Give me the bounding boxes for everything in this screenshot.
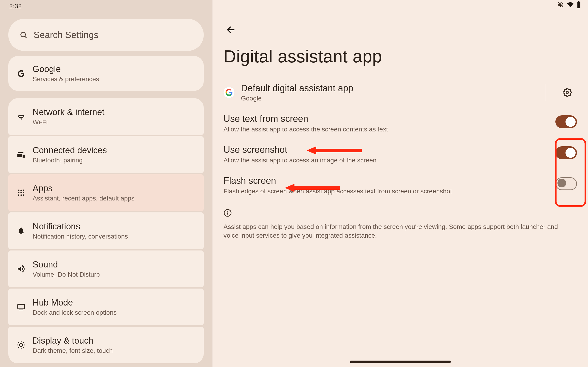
battery-icon — [577, 1, 581, 8]
info-icon — [224, 209, 232, 218]
sidebar-item-sound[interactable]: Sound Volume, Do Not Disturb — [8, 250, 204, 287]
bell-icon — [16, 226, 26, 236]
pref-use-screenshot[interactable]: Use screenshot Allow the assist app to a… — [224, 144, 577, 164]
sidebar-item-display[interactable]: Display & touch Dark theme, font size, t… — [8, 327, 204, 363]
search-placeholder: Search Settings — [34, 30, 98, 40]
switch-use-screenshot[interactable] — [555, 146, 577, 159]
brightness-icon — [16, 340, 26, 350]
svg-point-8 — [18, 194, 19, 196]
svg-point-15 — [566, 91, 569, 94]
sidebar-item-apps[interactable]: Apps Assistant, recent apps, default app… — [8, 174, 204, 211]
detail-pane: Digital assistant app Default digital as… — [212, 0, 588, 367]
search-icon — [18, 30, 28, 40]
sidebar-item-connected-devices[interactable]: Connected devices Bluetooth, pairing — [8, 136, 204, 173]
search-settings-field[interactable]: Search Settings — [8, 19, 204, 51]
switch-use-text[interactable] — [555, 115, 577, 128]
gesture-nav-handle[interactable] — [350, 361, 451, 363]
sidebar-item-network[interactable]: Network & internet Wi-Fi — [8, 98, 204, 135]
svg-point-5 — [18, 192, 19, 193]
google-color-icon — [224, 87, 234, 98]
svg-point-13 — [19, 343, 23, 346]
volume-icon — [16, 264, 26, 274]
wifi-status-icon — [567, 1, 574, 8]
divider — [545, 84, 545, 101]
svg-point-18 — [227, 211, 228, 212]
svg-rect-11 — [18, 304, 25, 309]
svg-line-1 — [25, 36, 26, 38]
devices-icon — [16, 150, 26, 160]
apps-grid-icon — [16, 188, 26, 198]
back-button[interactable] — [224, 23, 238, 37]
assistant-settings-gear[interactable] — [558, 83, 577, 102]
switch-flash-screen[interactable] — [555, 177, 577, 190]
pref-flash-screen[interactable]: Flash screen Flash edges of screen when … — [224, 175, 577, 195]
assistant-footer-text: Assist apps can help you based on inform… — [224, 223, 563, 240]
svg-point-0 — [21, 32, 26, 37]
sidebar-item-notifications[interactable]: Notifications Notification history, conv… — [8, 212, 204, 249]
sidebar-item-hub-mode[interactable]: Hub Mode Dock and lock screen options — [8, 289, 204, 325]
status-icons — [557, 1, 581, 8]
status-bar: 2:32 — [0, 0, 212, 12]
pref-use-text-from-screen[interactable]: Use text from screen Allow the assist ap… — [224, 114, 577, 133]
svg-point-7 — [23, 192, 24, 193]
svg-point-2 — [18, 190, 19, 191]
sidebar-item-google[interactable]: Google Services & preferences — [8, 56, 204, 91]
google-g-icon — [16, 68, 26, 78]
mute-icon — [557, 1, 564, 8]
clock: 2:32 — [9, 2, 22, 10]
settings-sidebar: 2:32 Search Settings Google Servic — [0, 0, 212, 367]
svg-point-6 — [20, 192, 22, 193]
dock-icon — [16, 302, 26, 312]
svg-point-4 — [23, 190, 24, 191]
svg-point-3 — [20, 190, 22, 191]
pref-default-assistant[interactable]: Default digital assistant app Google — [224, 83, 577, 102]
wifi-icon — [16, 111, 26, 122]
svg-point-10 — [23, 194, 24, 196]
page-title: Digital assistant app — [224, 46, 577, 66]
svg-point-9 — [20, 194, 22, 196]
